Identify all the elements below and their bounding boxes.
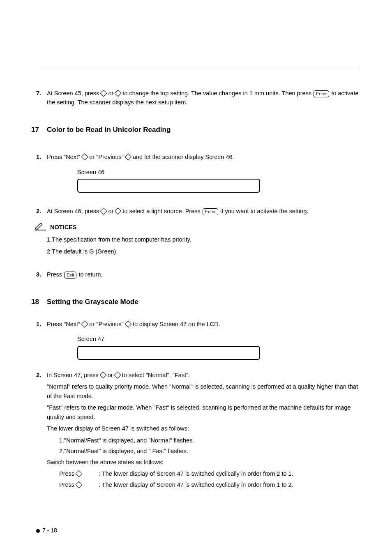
text: to display Screen 47 on the LCD. <box>131 321 220 327</box>
diamond-icon <box>114 372 121 379</box>
text: Press <box>47 271 64 278</box>
text: to select "Normal", "Fast". <box>120 372 190 378</box>
notice-2: 2.The default is G (Green). <box>47 247 360 256</box>
section-17-heading: 17 Color to be Read in Unicolor Reading <box>31 124 360 135</box>
text: Press <box>59 470 76 477</box>
diamond-icon <box>125 154 131 161</box>
enter-key-icon: Enter <box>203 208 218 215</box>
svg-point-0 <box>45 230 46 230</box>
notices-label: NOTICES <box>50 223 76 232</box>
press-desc: : The lower display of Screen 47 is swit… <box>99 480 293 489</box>
text: to select a light source. Press <box>121 208 202 214</box>
text: or "Previous" <box>88 321 125 327</box>
step-number: 2. <box>36 371 47 380</box>
screen-46-label: Screen 46 <box>77 168 360 177</box>
text: or <box>106 90 115 97</box>
horizontal-rule <box>36 66 360 66</box>
diamond-icon <box>125 321 131 328</box>
step-number: 7. <box>36 89 47 107</box>
page-footer: 7 - 18 <box>36 526 57 535</box>
text: to change the top setting. The value cha… <box>121 90 313 97</box>
text: In Screen 47, press <box>47 372 100 378</box>
para-lower-display: The lower display of Screen 47 is switch… <box>47 424 360 433</box>
press-row-1: Press : The lower display of Screen 47 i… <box>59 469 360 478</box>
page-number: 7 - 18 <box>42 526 57 535</box>
step-2: 2. In Screen 47, press or to select "Nor… <box>36 371 360 380</box>
step-number: 1. <box>36 152 47 161</box>
section-number: 17 <box>31 124 47 135</box>
text: or "Previous" <box>88 154 125 160</box>
step-body: Press "Next" or "Previous" to display Sc… <box>47 320 360 329</box>
step-body: Press Exit to return. <box>47 270 360 279</box>
section-title: Color to be Read in Unicolor Reading <box>47 124 171 135</box>
press-row-2: Press : The lower display of Screen 47 i… <box>59 480 360 489</box>
step-body: Press "Next" or "Previous" and let the s… <box>47 152 360 161</box>
text: Press <box>59 481 76 488</box>
press-label: Press <box>59 469 99 478</box>
bullet-icon <box>36 529 40 533</box>
para-fast: "Fast" refers to the regular mode. When … <box>47 403 360 421</box>
section-18-heading: 18 Setting the Grayscale Mode <box>31 297 360 307</box>
text: At Screen 45, press <box>47 90 101 97</box>
step-7: 7. At Screen 45, press or to change the … <box>36 89 360 107</box>
screen-box-frame <box>77 179 260 193</box>
step-body: At Screen 45, press or to change the top… <box>47 89 360 107</box>
text: to return. <box>77 271 102 278</box>
step-3: 3. Press Exit to return. <box>36 270 360 279</box>
text: and let the scanner display Screen 46. <box>131 154 234 160</box>
list-item-1: 1."Normal/Fast" is displayed, and "Norma… <box>59 436 360 445</box>
diamond-icon <box>76 470 83 477</box>
step-body: In Screen 47, press or to select "Normal… <box>47 371 360 380</box>
notices-heading: NOTICES <box>35 223 360 232</box>
press-desc: : The lower display of Screen 47 is swit… <box>99 469 293 478</box>
text: Press "Next" <box>47 321 82 327</box>
diamond-icon <box>99 372 106 379</box>
section-number: 18 <box>31 297 47 307</box>
step-number: 1. <box>36 320 47 329</box>
step-1: 1. Press "Next" or "Previous" and let th… <box>36 152 360 161</box>
text: or <box>106 208 115 214</box>
para-switch: Switch between the above states as follo… <box>47 458 360 467</box>
screen-box-frame <box>77 346 260 360</box>
text: Press "Next" <box>47 154 82 160</box>
exit-key-icon: Exit <box>64 272 76 279</box>
text: if you want to activate the setting. <box>219 208 308 214</box>
screen-46-box <box>77 177 260 195</box>
step-body: At Screen 46, press or to select a light… <box>47 207 360 216</box>
list-item-2: 2."Normal/Fast" is displayed, and " Fast… <box>59 447 360 456</box>
para-normal: "Normal" refers to quality priority mode… <box>47 382 360 401</box>
pencil-icon <box>35 223 47 231</box>
step-1: 1. Press "Next" or "Previous" to display… <box>36 320 360 329</box>
screen-47-label: Screen 47 <box>77 334 360 343</box>
diamond-icon <box>76 481 83 488</box>
step-number: 3. <box>36 270 47 279</box>
text: At Screen 46, press <box>47 208 101 214</box>
text: or <box>106 372 115 378</box>
section-title: Setting the Grayscale Mode <box>47 297 138 307</box>
enter-key-icon: Enter <box>314 90 329 97</box>
notice-1: 1.The specification from the host comput… <box>47 235 360 244</box>
press-label: Press <box>59 480 99 489</box>
step-2: 2. At Screen 46, press or to select a li… <box>36 207 360 216</box>
step-number: 2. <box>36 207 47 216</box>
screen-47-box <box>77 344 260 362</box>
